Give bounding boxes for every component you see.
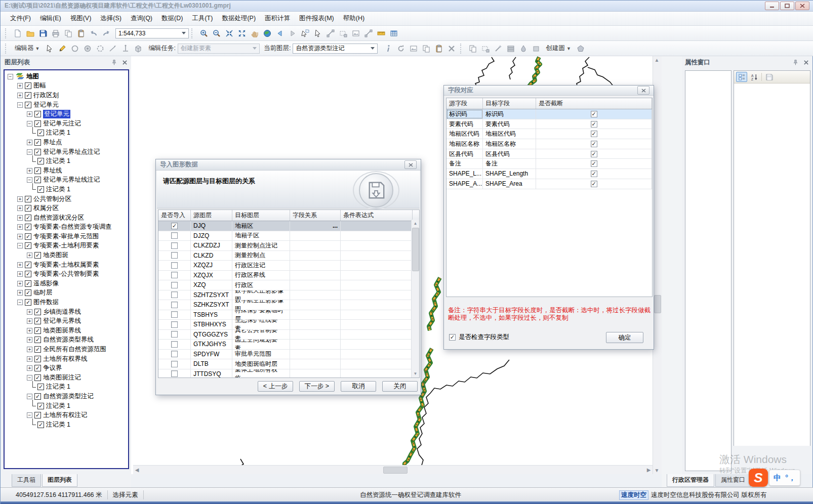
table-row[interactable]: CLKZD测量控制点	[158, 251, 419, 261]
table-cell[interactable]	[341, 221, 413, 231]
expand-icon[interactable]: +	[27, 356, 32, 362]
table-cell[interactable]	[341, 261, 413, 270]
table-cell[interactable]	[341, 340, 413, 349]
tree-item-label[interactable]: 登记单元界址线注记	[43, 176, 100, 184]
tree-item-label[interactable]: 登记单元界线	[43, 317, 81, 325]
property-grid-content[interactable]	[734, 83, 810, 446]
expand-icon[interactable]: +	[17, 83, 23, 89]
tree-item-label[interactable]: 登记单元	[43, 110, 70, 118]
menu-item-3[interactable]: 选择(S)	[96, 12, 126, 25]
menu-item-7[interactable]: 数据处理(P)	[217, 12, 260, 25]
tree-item-label[interactable]: 专项要素-土地权属要素	[33, 261, 99, 269]
column-header[interactable]: 是否导入	[158, 210, 191, 221]
import-checkbox[interactable]	[171, 311, 178, 318]
tree-item-label[interactable]: 地类图斑界线	[43, 326, 81, 335]
menu-item-4[interactable]: 查询(Q)	[126, 12, 157, 25]
paste-icon[interactable]	[74, 27, 87, 39]
tree-item[interactable]: −✓登记单元	[5, 100, 128, 110]
map-horizontal-scrollbar[interactable]: ◀ ▶	[133, 465, 653, 474]
table-cell[interactable]: 国土空间规划要素…	[232, 340, 290, 349]
source-field-cell[interactable]: 地籍区代码	[446, 129, 483, 139]
expand-icon[interactable]: +	[27, 140, 32, 145]
table-row[interactable]: SZHTZSYXT数字航天正射影像图	[158, 290, 419, 301]
layer-visibility-checkbox[interactable]: ✓	[25, 92, 31, 99]
table-cell[interactable]: JTTDSYQ	[191, 369, 232, 379]
table-cell[interactable]	[290, 350, 341, 359]
truncate-checkbox[interactable]: ✓	[591, 151, 597, 157]
table-cell[interactable]	[290, 251, 341, 261]
table-scrollbar[interactable]: ▲ ▼	[411, 220, 419, 377]
pan-icon[interactable]	[248, 27, 261, 39]
truncate-checkbox[interactable]: ✓	[591, 121, 597, 128]
maximize-button[interactable]	[780, 2, 794, 10]
close-button[interactable]	[795, 2, 809, 10]
source-field-cell[interactable]: SHAPE_A...	[446, 179, 483, 189]
tree-item[interactable]: +✓争议界	[5, 363, 128, 373]
scroll-down-icon[interactable]: ▼	[653, 467, 661, 474]
import-checkbox[interactable]	[171, 331, 178, 338]
tree-item[interactable]: ✓注记类 1	[5, 420, 128, 430]
table-cell[interactable]	[290, 290, 341, 300]
arc-tool-icon[interactable]	[68, 43, 81, 55]
table-row[interactable]: 要素代码要素代码✓	[446, 119, 652, 130]
target-field-cell[interactable]: 要素代码	[483, 119, 536, 129]
table-cell[interactable]	[290, 280, 341, 290]
tab-工具箱[interactable]: 工具箱	[12, 474, 41, 487]
import-checkbox[interactable]	[171, 262, 178, 269]
tree-item[interactable]: −✓图件数据	[5, 298, 128, 307]
layer-visibility-checkbox[interactable]: ✓	[37, 422, 44, 428]
measure-icon[interactable]	[362, 27, 375, 39]
layer-visibility-checkbox[interactable]: ✓	[37, 186, 44, 193]
table-row[interactable]: QTGGGZYS其它公共管制要素…	[158, 330, 419, 340]
create-circle-button[interactable]: 创建圆▼	[542, 43, 574, 54]
toolbar-grip[interactable]	[191, 28, 195, 38]
table-cell[interactable]	[290, 261, 341, 270]
table-row[interactable]: DJZQ地籍子区	[158, 231, 419, 241]
table-cell[interactable]	[341, 231, 413, 241]
sort-az-icon[interactable]	[749, 72, 759, 81]
tab-属性窗口[interactable]: 属性窗口	[715, 474, 751, 487]
tree-item[interactable]: +✓登记单元界线	[5, 316, 128, 326]
droplet-icon[interactable]	[517, 43, 530, 55]
pin-icon[interactable]	[792, 59, 799, 66]
table-cell[interactable]	[290, 271, 341, 280]
import-checkbox[interactable]	[171, 282, 178, 288]
table-cell[interactable]: 其它公共管制要素…	[232, 330, 290, 340]
select-area-icon[interactable]	[479, 43, 492, 55]
full-extent-icon[interactable]	[235, 27, 248, 39]
menu-item-6[interactable]: 工具(T)	[187, 12, 217, 25]
scroll-thumb[interactable]	[383, 467, 408, 474]
layer-visibility-checkbox[interactable]: ✓	[25, 271, 31, 277]
table-row[interactable]: SZHKZSYXT数字航空正射影像图	[158, 300, 419, 310]
column-header[interactable]: 目标图层	[232, 210, 290, 221]
table-cell[interactable]	[341, 241, 413, 250]
pencil-icon[interactable]	[56, 43, 68, 55]
expand-icon[interactable]: +	[27, 365, 32, 371]
tab-图层列表[interactable]: 图层列表	[42, 474, 77, 487]
import-checkbox[interactable]	[171, 341, 178, 348]
layers-icon[interactable]	[504, 43, 517, 55]
tree-item-label[interactable]: 图件数据	[33, 298, 59, 307]
tree-item[interactable]: +✓权属分区	[5, 203, 128, 213]
table-cell[interactable]	[290, 320, 341, 329]
table-cell[interactable]	[341, 271, 413, 280]
expand-icon[interactable]: +	[17, 290, 23, 296]
scale-combobox[interactable]: 1:544,733	[115, 28, 189, 38]
tree-item-label[interactable]: 界址线	[43, 166, 62, 175]
table-cell[interactable]: 审批单元范围	[232, 350, 290, 359]
forward-icon[interactable]	[286, 27, 299, 39]
table-row[interactable]: DLTB地类图斑临时层	[158, 359, 419, 369]
import-checkbox[interactable]	[171, 370, 178, 377]
layer-visibility-checkbox[interactable]: ✓	[34, 252, 41, 259]
table-cell[interactable]: 地籍区	[232, 221, 290, 231]
tree-item-label[interactable]: 注记类 1	[46, 129, 70, 137]
tree-item-label[interactable]: 自然资源类型注记	[43, 392, 94, 401]
expand-icon[interactable]: +	[27, 337, 32, 343]
tree-item-label[interactable]: 界址点	[43, 138, 62, 147]
table-row[interactable]: GTKJGHYS国土空间规划要素…	[158, 340, 419, 350]
tree-item[interactable]: −✓专项要素-土地利用要素	[5, 241, 128, 251]
layer-visibility-checkbox[interactable]: ✓	[34, 337, 41, 343]
polygon-tool-icon[interactable]	[575, 43, 587, 55]
layer-visibility-checkbox[interactable]: ✓	[37, 130, 44, 136]
import-checkbox[interactable]	[171, 252, 178, 259]
